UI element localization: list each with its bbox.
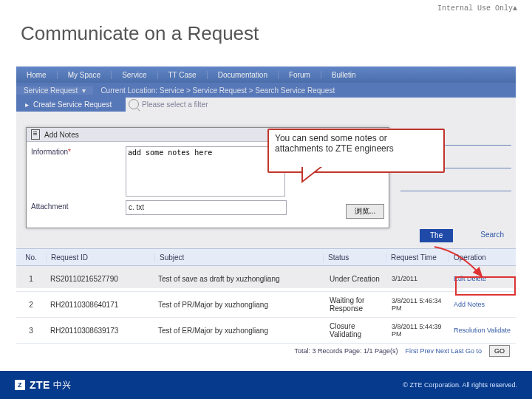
table-row: 2RH20110308640171Test of PR/Major by xuz… xyxy=(16,292,516,318)
pager-go-button[interactable]: GO xyxy=(489,345,510,357)
main-nav: Home My Space Service TT Case Documentat… xyxy=(16,66,516,83)
search-button[interactable]: Search xyxy=(480,231,504,239)
col-operation: Operation xyxy=(449,253,516,262)
nav-home[interactable]: Home xyxy=(16,71,58,79)
notes-textarea[interactable] xyxy=(126,146,285,197)
cell-time: 3/8/2011 5:46:34 PM xyxy=(387,296,449,313)
col-status: Status xyxy=(324,253,386,262)
tab-label: Service Request xyxy=(24,86,78,95)
document-icon xyxy=(31,129,40,140)
cell-subject: Test of ER/Major by xuzhongliang xyxy=(154,325,325,336)
cell-time: 3/1/2011 xyxy=(387,273,449,284)
cell-no: 1 xyxy=(16,273,46,284)
col-request-id: Request ID xyxy=(47,253,155,262)
search-row: The Search xyxy=(16,228,516,248)
tab-service-request[interactable]: Service Request ▾ xyxy=(16,86,93,95)
chevron-down-icon: ▾ xyxy=(82,86,86,95)
cell-status: Under Creation xyxy=(325,273,387,284)
cell-request-id: RH20110308640171 xyxy=(46,299,154,310)
cell-operation[interactable]: Resolution Validate xyxy=(449,325,516,335)
sidebar-create-request[interactable]: Create Service Request xyxy=(16,98,126,112)
cell-request-id: RS20110216527790 xyxy=(46,273,154,284)
filter-chip[interactable]: The xyxy=(420,229,453,242)
pager: Total: 3 Records Page: 1/1 Page(s) First… xyxy=(16,344,516,358)
pager-total: Total: 3 Records Page: 1/1 Page(s) xyxy=(294,347,398,355)
table-row: 3RH20110308639173Test of ER/Major by xuz… xyxy=(16,318,516,344)
logo-text: ZTE xyxy=(30,379,50,391)
search-icon xyxy=(129,99,139,109)
nav-myspace[interactable]: My Space xyxy=(58,71,112,79)
breadcrumb: Current Location: Service > Service Requ… xyxy=(93,86,335,95)
footer-bar: Z ZTE 中兴 © ZTE Corporation. All rights r… xyxy=(0,371,532,399)
col-subject: Subject xyxy=(155,253,324,262)
cell-subject: Test of PR/Major by xuzhongliang xyxy=(154,299,325,310)
cell-operation[interactable]: Add Notes xyxy=(449,299,516,310)
nav-service[interactable]: Service xyxy=(112,71,157,79)
dialog-title: Add Notes xyxy=(44,131,79,139)
zte-logo: Z ZTE 中兴 xyxy=(15,379,72,392)
nav-bulletin[interactable]: Bulletin xyxy=(321,71,366,79)
attachment-label: Attachment xyxy=(31,201,120,219)
col-time: Request Time xyxy=(386,253,449,262)
col-no: No. xyxy=(16,253,47,262)
nav-documentation[interactable]: Documentation xyxy=(208,71,279,79)
annotation-callout: You can send some notes or attachments t… xyxy=(267,129,445,173)
filter-placeholder[interactable]: Please select a filter xyxy=(142,100,208,109)
slide-title: Communicate on a Request xyxy=(21,22,259,45)
attachment-filename[interactable]: c. txt xyxy=(126,200,287,215)
cell-subject: Test of save as draft by xuzhongliang xyxy=(154,273,325,284)
copyright: © ZTE Corporation. All rights reserved. xyxy=(403,381,517,389)
table-row: 1RS20110216527790Test of save as draft b… xyxy=(16,266,516,292)
information-label: Information* xyxy=(31,146,120,164)
nav-ttcase[interactable]: TT Case xyxy=(158,71,208,79)
cell-status: Waiting for Response xyxy=(325,295,387,314)
cell-operation[interactable]: Edit Delete xyxy=(449,273,516,284)
cell-time: 3/8/2011 5:44:39 PM xyxy=(387,321,449,339)
callout-tail-fill xyxy=(303,167,320,180)
body-area: Please select a filter xyxy=(126,98,516,112)
browse-button[interactable]: 浏览... xyxy=(346,204,384,219)
classification-label: Internal Use Only▲ xyxy=(437,4,517,13)
logo-cn: 中兴 xyxy=(53,379,72,392)
nav-forum[interactable]: Forum xyxy=(279,71,321,79)
pager-links[interactable]: First Prev Next Last Go to xyxy=(405,347,482,355)
table-header: No. Request ID Subject Status Request Ti… xyxy=(16,248,516,266)
cell-no: 3 xyxy=(16,325,46,336)
cell-no: 2 xyxy=(16,299,46,310)
filter-row: Please select a filter xyxy=(126,98,516,111)
logo-mark-icon: Z xyxy=(15,380,25,390)
request-table: No. Request ID Subject Status Request Ti… xyxy=(16,248,516,358)
cell-status: Closure Validating xyxy=(325,321,387,340)
content-row: Create Service Request Please select a f… xyxy=(16,98,516,112)
required-star-icon: * xyxy=(68,148,71,156)
sub-bar: Service Request ▾ Current Location: Serv… xyxy=(16,83,516,98)
cell-request-id: RH20110308639173 xyxy=(46,325,154,336)
